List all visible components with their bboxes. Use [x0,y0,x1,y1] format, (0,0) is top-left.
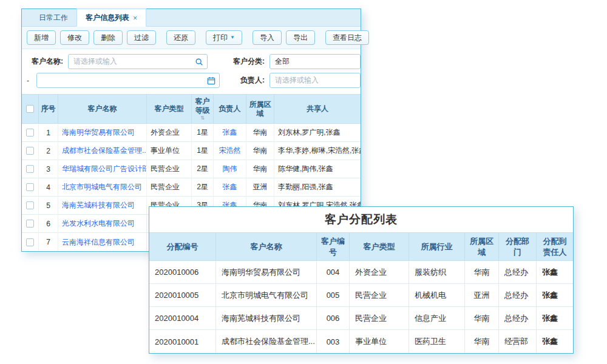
close-icon[interactable]: × [133,15,137,22]
filter-button[interactable]: 过滤 [127,30,156,45]
customer-name-link[interactable]: 光发水利水电有限公司 [58,215,147,233]
owner-link[interactable]: 陶伟 [214,160,246,178]
calendar-icon[interactable] [207,76,215,85]
row-checkbox[interactable] [26,201,34,209]
industry: 医药卫生 [409,330,465,353]
table-row[interactable]: 3 华瑞城有限公司广告设计部 民营企业 2星 陶伟 华南 陈华健,陶伟,张鑫 [22,160,361,178]
tab-label: 客户信息列表 [86,13,129,23]
customer-category-label: 客户分类: [233,56,265,67]
customer-type: 民营企业 [147,160,192,178]
customer-name-link[interactable]: 云南海祥信息有限公司 [58,233,147,251]
category-value: 全部 [275,56,290,67]
date-range-separator: - [27,76,29,85]
region: 华南 [465,330,499,353]
row-checkbox[interactable] [26,220,34,228]
table-header-row: 序号 客户名称 客户类型 客户等级 ⇅ 负责人 所属区域 共享人 [22,94,361,124]
toolbar: 新增 修改 删除 过滤 还原 打印 ▼ 导入 导出 查看日志 [22,27,361,49]
header-customer-level[interactable]: 客户等级 ⇅ [192,95,214,123]
tab-daily-work[interactable]: 日常工作 [30,9,76,26]
assign-no-link[interactable]: 2020010001 [149,330,216,353]
table-row[interactable]: 2020010001 成都市社会保险基金管理... 003 事业单位 医药卫生 … [149,330,573,353]
print-button[interactable]: 打印 ▼ [206,30,242,45]
assign-no-link[interactable]: 2020010006 [149,261,216,284]
customer-name-link[interactable]: 华瑞城有限公司广告设计部 [58,160,147,178]
dept: 总经办 [499,284,537,307]
header-no: 序号 [39,95,58,123]
row-number: 2 [39,142,58,160]
region: 华南 [246,124,274,142]
customer-name-link[interactable]: 海南明华贸易有限公司 [216,261,317,284]
assign-no-link[interactable]: 2020010005 [149,284,216,307]
export-button[interactable]: 导出 [286,30,315,45]
customer-name-link[interactable]: 海南芜城科技有限公司 [216,307,317,330]
shared-people: 陈华健,陶伟,张鑫 [274,160,361,178]
customer-type: 民营企业 [350,284,409,307]
tab-customer-info-list[interactable]: 客户信息列表 × [76,8,146,27]
view-log-button[interactable]: 查看日志 [325,30,369,45]
table-row[interactable]: 2020010006 海南明华贸易有限公司 004 外资企业 服装纺织 华南 总… [149,261,573,284]
header-assign-no: 分配编号 [149,232,216,261]
filter-area: 客户名称: 请选择或输入 客户分类: 全部 - 负 [22,49,361,94]
table-row[interactable]: 2020010004 海南芜城科技有限公司 006 民营企业 信息产业 华南 总… [149,307,573,330]
row-checkbox[interactable] [26,129,34,136]
region: 华南 [465,261,499,284]
sort-icon[interactable]: ⇅ [200,116,205,121]
customer-no: 006 [317,307,350,330]
table-row[interactable]: 4 北京市明城电气有限公司 民营企业 2星 张鑫 亚洲 李勤丽,阳强,张鑫 [22,178,361,197]
edit-button[interactable]: 修改 [60,30,89,45]
header-dept: 分配部门 [499,232,537,261]
customer-name-input[interactable]: 请选择或输入 [68,54,208,69]
chevron-down-icon: ▼ [230,35,235,41]
row-checkbox[interactable] [26,183,34,191]
customer-name-link[interactable]: 北京市明城电气有限公司 [216,284,317,307]
row-checkbox[interactable] [26,238,34,246]
header-shared: 共享人 [274,95,361,123]
row-checkbox[interactable] [26,147,34,155]
import-button[interactable]: 导入 [253,30,282,45]
date-input[interactable] [36,73,220,88]
add-button[interactable]: 新增 [27,30,56,45]
customer-type: 外资企业 [147,124,192,142]
table-row[interactable]: 1 海南明华贸易有限公司 外资企业 1星 张鑫 华南 刘东林,罗广明,张鑫 [22,124,361,142]
assignee-link[interactable]: 张鑫 [537,284,573,307]
customer-name-link[interactable]: 海南芜城科技有限公司 [58,197,147,215]
header-label: 客户等级 [194,97,211,115]
restore-button[interactable]: 还原 [166,30,195,45]
customer-name-link[interactable]: 海南明华贸易有限公司 [58,124,147,142]
assignee-link[interactable]: 张鑫 [537,307,573,330]
owner-link[interactable]: 张鑫 [214,124,246,142]
header-industry: 所属行业 [409,232,465,261]
table-row[interactable]: 2 成都市社会保险基金管理... 事业单位 1星 宋浩然 华南 李华,李婷,柳琳… [22,142,361,160]
customer-type: 民营企业 [350,307,409,330]
row-checkbox[interactable] [26,165,34,173]
region: 华南 [246,142,274,160]
row-number: 3 [39,160,58,178]
owner-link[interactable]: 张鑫 [214,178,246,197]
select-all-checkbox[interactable] [26,105,34,113]
owner-input[interactable]: 请选择或输入 [270,73,361,88]
customer-name-link[interactable]: 北京市明城电气有限公司 [58,178,147,197]
header-customer-type: 客户类型 [350,232,409,261]
assignee-link[interactable]: 张鑫 [537,261,573,284]
input-placeholder: 请选择或输入 [73,56,117,67]
assign-no-link[interactable]: 2020010004 [149,307,216,330]
assignee-link[interactable]: 张鑫 [537,330,573,353]
panel-title: 客户分配列表 [149,207,573,232]
customer-name-link[interactable]: 成都市社会保险基金管理... [58,142,147,160]
row-number: 4 [39,178,58,197]
row-number: 7 [39,233,58,251]
customer-type: 民营企业 [147,178,192,197]
industry: 服装纺织 [409,261,465,284]
customer-name-link[interactable]: 成都市社会保险基金管理... [216,330,317,353]
table-row[interactable]: 2020010005 北京市明城电气有限公司 005 民营企业 机械机电 亚洲 … [149,284,573,307]
customer-category-select[interactable]: 全部 [270,54,361,69]
row-number: 6 [39,215,58,233]
owner-link[interactable]: 宋浩然 [214,142,246,160]
search-icon[interactable] [195,58,203,66]
input-placeholder: 请选择或输入 [275,75,319,86]
customer-type: 事业单位 [350,330,409,353]
customer-no: 005 [317,284,350,307]
owner-label: 负责人: [240,75,265,86]
header-customer-type: 客户类型 [147,95,192,123]
delete-button[interactable]: 删除 [93,30,123,45]
